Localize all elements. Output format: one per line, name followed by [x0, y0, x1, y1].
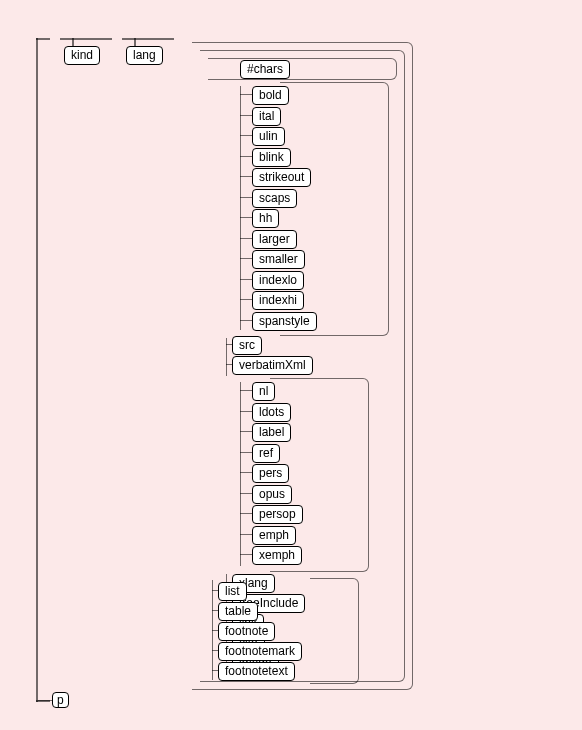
- diagram-connector: [240, 115, 252, 116]
- label: spanstyle: [259, 314, 310, 328]
- diagram-rail: [240, 86, 241, 330]
- node-ulin: ulin: [252, 127, 285, 146]
- diagram-connector: [240, 452, 252, 453]
- label: indexhi: [259, 293, 297, 307]
- label: ldots: [259, 405, 284, 419]
- label: scaps: [259, 191, 290, 205]
- diagram-connector: [240, 411, 252, 412]
- node-xemph: xemph: [252, 546, 302, 565]
- label: persop: [259, 507, 296, 521]
- label: src: [239, 338, 255, 352]
- node-scaps: scaps: [252, 189, 297, 208]
- node-footnote: footnote: [218, 622, 275, 641]
- node-hh: hh: [252, 209, 279, 228]
- diagram-connector: [240, 135, 252, 136]
- label: larger: [259, 232, 290, 246]
- diagram-connector: [240, 390, 252, 391]
- node-ital: ital: [252, 107, 281, 126]
- node-larger: larger: [252, 230, 297, 249]
- node-ref: ref: [252, 444, 280, 463]
- label: emph: [259, 528, 289, 542]
- node-list: list: [218, 582, 247, 601]
- label: footnote: [225, 624, 268, 638]
- label: lang: [133, 48, 156, 62]
- node-spanstyle: spanstyle: [252, 312, 317, 331]
- node-persop: persop: [252, 505, 303, 524]
- diagram-connector: [240, 94, 252, 95]
- node-emph: emph: [252, 526, 296, 545]
- node-indexhi: indexhi: [252, 291, 304, 310]
- diagram-rail: [208, 58, 397, 80]
- node-ldots: ldots: [252, 403, 291, 422]
- label: table: [225, 604, 251, 618]
- diagram-connector: [240, 431, 252, 432]
- diagram-rail: [36, 38, 50, 40]
- node-strikeout: strikeout: [252, 168, 311, 187]
- diagram-connector: [240, 554, 252, 555]
- label: smaller: [259, 252, 298, 266]
- diagram-connector: [240, 299, 252, 300]
- diagram-connector: [240, 513, 252, 514]
- node-chars: #chars: [240, 60, 290, 79]
- label: blink: [259, 150, 284, 164]
- diagram-rail: [310, 578, 359, 684]
- label: footnotemark: [225, 644, 295, 658]
- label: kind: [71, 48, 93, 62]
- label: label: [259, 425, 284, 439]
- diagram-connector: [240, 534, 252, 535]
- node-nl: nl: [252, 382, 275, 401]
- label: xemph: [259, 548, 295, 562]
- diagram-connector: [240, 217, 252, 218]
- node-label: label: [252, 423, 291, 442]
- diagram-connector: [240, 238, 252, 239]
- label: verbatimXml: [239, 358, 306, 372]
- diagram-connector: [240, 197, 252, 198]
- label: p: [57, 693, 64, 707]
- schema-diagram: { "attrs": { "kind": "kind", "lang": "la…: [0, 0, 582, 730]
- diagram-connector: [240, 320, 252, 321]
- attr-lang: lang: [126, 46, 163, 65]
- diagram-connector: [240, 156, 252, 157]
- label: pers: [259, 466, 282, 480]
- node-pers: pers: [252, 464, 289, 483]
- label: opus: [259, 487, 285, 501]
- label: indexlo: [259, 273, 297, 287]
- node-opus: opus: [252, 485, 292, 504]
- attr-kind: kind: [64, 46, 100, 65]
- node-smaller: smaller: [252, 250, 305, 269]
- label: hh: [259, 211, 272, 225]
- diagram-connector: [240, 176, 252, 177]
- label: ital: [259, 109, 274, 123]
- label: strikeout: [259, 170, 304, 184]
- node-indexlo: indexlo: [252, 271, 304, 290]
- node-bold: bold: [252, 86, 289, 105]
- label: list: [225, 584, 240, 598]
- label: bold: [259, 88, 282, 102]
- diagram-connector: [240, 472, 252, 473]
- node-table: table: [218, 602, 258, 621]
- node-verbatimxml: verbatimXml: [232, 356, 313, 375]
- label: nl: [259, 384, 268, 398]
- node-blink: blink: [252, 148, 291, 167]
- label: footnotetext: [225, 664, 288, 678]
- node-footnotetext: footnotetext: [218, 662, 295, 681]
- label: #chars: [247, 62, 283, 76]
- diagram-connector: [240, 258, 252, 259]
- node-footnotemark: footnotemark: [218, 642, 302, 661]
- diagram-rail: [36, 38, 38, 702]
- label: ulin: [259, 129, 278, 143]
- node-src: src: [232, 336, 262, 355]
- diagram-connector: [240, 493, 252, 494]
- diagram-connector: [240, 279, 252, 280]
- label: ref: [259, 446, 273, 460]
- node-p: p: [52, 692, 69, 708]
